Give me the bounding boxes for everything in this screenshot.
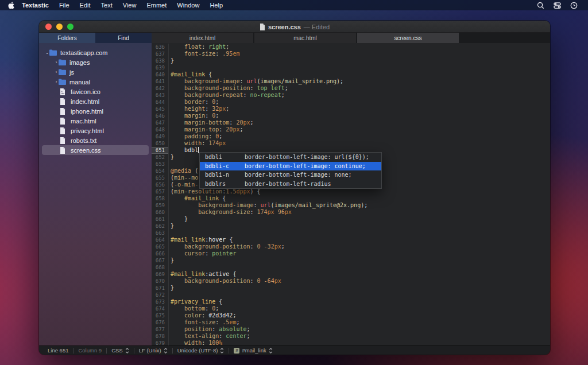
tree-item-mac.html[interactable]: mac.html bbox=[39, 116, 152, 126]
code-line-673[interactable]: 673#privacy_line { bbox=[152, 298, 550, 305]
tree-item-index.html[interactable]: index.html bbox=[39, 96, 152, 106]
code-line-676[interactable]: 676 font-size: .5em; bbox=[152, 319, 550, 326]
code-line-667[interactable]: 667} bbox=[152, 257, 550, 264]
code-editor[interactable]: 636 float: right;637 font-size: .95em638… bbox=[152, 43, 550, 345]
title-bar[interactable]: screen.css — Edited bbox=[39, 21, 550, 33]
minimize-button[interactable] bbox=[56, 24, 63, 30]
chevron-right-icon[interactable]: › bbox=[54, 60, 59, 65]
code-line-647[interactable]: 647 margin-bottom: 20px; bbox=[152, 119, 550, 126]
menu-item-view[interactable]: View bbox=[118, 2, 142, 9]
spotlight-search-icon[interactable] bbox=[537, 2, 544, 9]
line-number: 648 bbox=[152, 126, 169, 133]
menu-item-emmet[interactable]: Emmet bbox=[141, 2, 172, 9]
file-tree: ⌄textasticapp.com›images›js›manualfavico… bbox=[39, 48, 152, 155]
autocomplete-item-bdbli-n[interactable]: bdbli-nborder-bottom-left-image: none; bbox=[200, 170, 381, 180]
code-line-660[interactable]: 660 background-size: 174px 96px bbox=[152, 209, 550, 216]
line-number: 654 bbox=[152, 168, 169, 174]
sidebar-tab-folders[interactable]: Folders bbox=[39, 33, 95, 43]
tree-item-screen.css[interactable]: screen.css bbox=[39, 145, 152, 155]
tree-item-js[interactable]: ›js bbox=[39, 67, 152, 77]
menu-item-file[interactable]: File bbox=[54, 2, 75, 9]
autocomplete-item-bdbli-c[interactable]: bdbli-cborder-bottom-left-image: continu… bbox=[200, 162, 381, 171]
code-line-669[interactable]: 669#mail_link:active { bbox=[152, 271, 550, 278]
code-line-658[interactable]: 658 #mail_link { bbox=[152, 195, 550, 202]
status-unicode-utf-8-[interactable]: Unicode (UTF-8) bbox=[173, 346, 229, 355]
menu-item-window[interactable]: Window bbox=[172, 2, 204, 9]
tree-item-robots.txt[interactable]: robots.txt bbox=[39, 135, 152, 145]
clock-icon[interactable] bbox=[570, 2, 578, 9]
menu-item-edit[interactable]: Edit bbox=[75, 2, 96, 9]
code-line-679[interactable]: 679 width: 100% bbox=[152, 340, 550, 345]
code-line-657[interactable]: 657(min-resolution:1.5dppx) { bbox=[152, 188, 550, 195]
code-line-666[interactable]: 666 cursor: pointer bbox=[152, 250, 550, 257]
editor-tab-index.html[interactable]: index.html bbox=[152, 33, 253, 43]
status-css[interactable]: CSS bbox=[107, 346, 134, 355]
chevron-right-icon[interactable]: › bbox=[54, 70, 59, 75]
code-line-642[interactable]: 642 background-position: top left; bbox=[152, 85, 550, 92]
close-button[interactable] bbox=[45, 24, 52, 30]
code-line-641[interactable]: 641 background-image: url(images/mail_sp… bbox=[152, 78, 550, 85]
menu-item-text[interactable]: Text bbox=[96, 2, 118, 9]
code-line-636[interactable]: 636 float: right; bbox=[152, 44, 550, 51]
code-line-665[interactable]: 665 background-position: 0 -32px; bbox=[152, 243, 550, 250]
code-line-645[interactable]: 645 height: 32px; bbox=[152, 106, 550, 112]
code-line-662[interactable]: 662} bbox=[152, 223, 550, 230]
editor-tab-screen.css[interactable]: screen.css bbox=[357, 33, 459, 43]
code-line-646[interactable]: 646 margin: 0; bbox=[152, 112, 550, 119]
editor-tab-mac.html[interactable]: mac.html bbox=[254, 33, 356, 43]
chevron-down-icon[interactable]: ⌄ bbox=[45, 51, 49, 55]
autocomplete-item-bdbli[interactable]: bdbliborder-bottom-left-image: url(${0})… bbox=[200, 153, 381, 162]
code-line-672[interactable]: 672 bbox=[152, 292, 550, 298]
apple-menu-icon[interactable] bbox=[8, 2, 14, 9]
tree-item-favicon.ico[interactable]: favicon.ico bbox=[39, 87, 152, 96]
code-line-674[interactable]: 674 bottom: 0; bbox=[152, 305, 550, 312]
code-line-677[interactable]: 677 position: absolute; bbox=[152, 326, 550, 333]
zoom-button[interactable] bbox=[67, 24, 74, 30]
menu-item-help[interactable]: Help bbox=[204, 2, 228, 9]
code-text: width: 174px bbox=[169, 140, 226, 147]
tree-item-manual[interactable]: ›manual bbox=[39, 77, 152, 87]
code-text: color: #2d3d42; bbox=[169, 312, 236, 319]
code-line-640[interactable]: 640#mail_link { bbox=[152, 71, 550, 78]
code-line-650[interactable]: 650 width: 174px bbox=[152, 140, 550, 147]
code-line-668[interactable]: 668 bbox=[152, 264, 550, 271]
tree-item-label: robots.txt bbox=[71, 137, 96, 144]
code-line-643[interactable]: 643 background-repeat: no-repeat; bbox=[152, 92, 550, 99]
sidebar-tab-find[interactable]: Find bbox=[95, 33, 152, 43]
updown-chevrons-icon bbox=[164, 348, 168, 354]
control-center-icon[interactable] bbox=[554, 2, 561, 9]
code-line-678[interactable]: 678 text-align: center; bbox=[152, 333, 550, 340]
updown-chevrons-icon bbox=[220, 348, 224, 354]
code-line-675[interactable]: 675 color: #2d3d42; bbox=[152, 312, 550, 319]
tree-item-iphone.html[interactable]: iphone.html bbox=[39, 106, 152, 116]
line-number: 653 bbox=[152, 161, 169, 168]
code-line-649[interactable]: 649 padding: 0; bbox=[152, 133, 550, 140]
code-text: background-position: top left; bbox=[169, 85, 288, 92]
code-line-638[interactable]: 638} bbox=[152, 57, 550, 64]
code-line-648[interactable]: 648 margin-top: 20px; bbox=[152, 126, 550, 133]
code-line-664[interactable]: 664#mail_link:hover { bbox=[152, 236, 550, 243]
tree-item-images[interactable]: ›images bbox=[39, 57, 152, 67]
code-text: background-size: 174px 96px bbox=[169, 209, 292, 216]
document-icon bbox=[260, 24, 265, 30]
autocomplete-item-bdblrs[interactable]: bdblrsborder-bottom-left-radius bbox=[200, 180, 381, 189]
autocomplete-trigger: bdbli bbox=[200, 154, 245, 160]
code-line-639[interactable]: 639 bbox=[152, 64, 550, 71]
tree-item-textasticapp.com[interactable]: ⌄textasticapp.com bbox=[39, 48, 152, 57]
chevron-right-icon[interactable]: › bbox=[54, 80, 59, 84]
code-text: font-size: .5em; bbox=[169, 319, 239, 326]
line-number: 659 bbox=[152, 202, 169, 209]
code-line-663[interactable]: 663 bbox=[152, 230, 550, 236]
code-line-661[interactable]: 661 } bbox=[152, 216, 550, 223]
tree-item-privacy.html[interactable]: privacy.html bbox=[39, 126, 152, 135]
code-line-670[interactable]: 670 background-position: 0 -64px bbox=[152, 278, 550, 285]
status-#mail-link[interactable]: ##mail_link bbox=[229, 346, 277, 355]
code-line-659[interactable]: 659 background-image: url(images/mail_sp… bbox=[152, 202, 550, 209]
menu-item-textastic[interactable]: Textastic bbox=[17, 2, 54, 9]
file-icon bbox=[60, 147, 67, 153]
status-lf-unix-[interactable]: LF (Unix) bbox=[134, 346, 172, 355]
code-line-644[interactable]: 644 border: 0; bbox=[152, 99, 550, 106]
code-text: background-image: url(images/mail_sprite… bbox=[169, 202, 368, 209]
code-line-671[interactable]: 671} bbox=[152, 285, 550, 292]
code-line-637[interactable]: 637 font-size: .95em bbox=[152, 51, 550, 57]
